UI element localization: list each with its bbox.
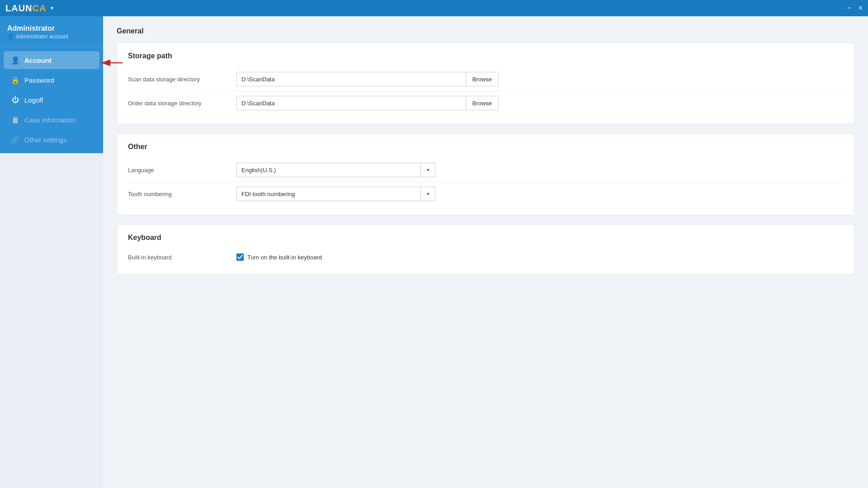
logo-accent: CA	[33, 3, 47, 13]
checkmark-icon	[237, 255, 243, 259]
sidebar-item-other-label: Other settings	[24, 136, 66, 144]
titlebar: LAUNCA ▾ − ×	[0, 0, 868, 16]
sidebar: Administrator 👤 Administrator account 👤 …	[0, 16, 103, 153]
built-in-keyboard-label: Built-in keyboard	[128, 254, 236, 261]
scan-data-browse-button[interactable]: Browse	[466, 72, 499, 86]
window-controls: − ×	[847, 5, 863, 12]
section-general-title: General	[117, 27, 854, 35]
order-data-input-wrap: Browse	[236, 96, 499, 110]
order-data-label: Order data storage directory	[128, 100, 236, 107]
storage-path-card: Storage path Scan data storage directory…	[117, 42, 854, 124]
sidebar-item-other-settings[interactable]: 🔗 Other settings	[4, 131, 99, 149]
order-data-input[interactable]	[236, 96, 466, 110]
account-icon: 👤	[11, 56, 20, 65]
tooth-numbering-dropdown-arrow: ▾	[420, 187, 435, 201]
keyboard-checkbox[interactable]	[236, 253, 244, 261]
main-content: General Storage path Scan data storage d…	[103, 16, 868, 488]
keyboard-checkbox-wrap: Turn on the built-in keyboard	[236, 253, 322, 261]
tooth-numbering-label: Tooth numbering	[128, 191, 236, 197]
scan-data-input[interactable]	[236, 72, 466, 86]
tooth-numbering-dropdown[interactable]: FDI tooth numbering ▾	[236, 187, 435, 201]
scan-data-input-wrap: Browse	[236, 72, 499, 86]
keyboard-title: Keyboard	[128, 234, 843, 242]
sidebar-item-account[interactable]: 👤 Account	[4, 51, 99, 69]
order-data-row: Order data storage directory Browse	[128, 91, 843, 115]
keyboard-checkbox-label: Turn on the built-in keyboard	[247, 254, 322, 261]
language-row: Language English(U.S.) ▾	[128, 158, 843, 182]
sidebar-item-case-information[interactable]: 📋 Case information	[4, 111, 99, 129]
sidebar-item-logoff[interactable]: ⏻ Logoff	[4, 91, 99, 109]
tooth-numbering-value: FDI tooth numbering	[237, 188, 420, 200]
user-role-icon: 👤	[7, 33, 14, 40]
tooth-numbering-row: Tooth numbering FDI tooth numbering ▾	[128, 182, 843, 206]
logo-main: LAUN	[5, 3, 33, 13]
sidebar-item-case-label: Case information	[24, 116, 75, 124]
close-button[interactable]: ×	[859, 5, 863, 12]
logo-text: LAUNCA	[5, 3, 46, 14]
sidebar-wrapper: Administrator 👤 Administrator account 👤 …	[0, 16, 103, 488]
keyboard-row: Built-in keyboard Turn on the built-in k…	[128, 249, 843, 265]
user-role-label: Administrator account	[16, 33, 68, 40]
language-value: English(U.S.)	[237, 164, 420, 176]
sidebar-nav: 👤 Account 🔒 Password ⏻ Logoff 📋 Case inf…	[0, 47, 103, 153]
app-dropdown-arrow[interactable]: ▾	[51, 5, 53, 11]
app-body: Administrator 👤 Administrator account 👤 …	[0, 16, 868, 488]
language-dropdown-arrow: ▾	[420, 163, 435, 177]
language-dropdown[interactable]: English(U.S.) ▾	[236, 163, 435, 177]
case-information-icon: 📋	[11, 115, 20, 124]
minimize-button[interactable]: −	[847, 5, 851, 12]
logoff-icon: ⏻	[11, 95, 20, 104]
order-data-browse-button[interactable]: Browse	[466, 96, 499, 110]
storage-path-title: Storage path	[128, 52, 843, 60]
scan-data-row: Scan data storage directory Browse	[128, 67, 843, 91]
other-title: Other	[128, 143, 843, 151]
other-settings-icon: 🔗	[11, 135, 20, 144]
sidebar-item-password[interactable]: 🔒 Password	[4, 71, 99, 89]
other-card: Other Language English(U.S.) ▾ Tooth num…	[117, 133, 854, 215]
keyboard-card: Keyboard Built-in keyboard Turn on the b…	[117, 224, 854, 275]
sidebar-item-logoff-label: Logoff	[24, 96, 43, 104]
password-icon: 🔒	[11, 75, 20, 84]
sidebar-item-password-label: Password	[24, 76, 54, 84]
sidebar-user: Administrator 👤 Administrator account	[0, 16, 103, 47]
language-label: Language	[128, 167, 236, 174]
sidebar-username: Administrator	[7, 24, 96, 33]
app-logo: LAUNCA ▾	[5, 3, 53, 14]
scan-data-label: Scan data storage directory	[128, 76, 236, 83]
sidebar-user-role: 👤 Administrator account	[7, 33, 96, 40]
sidebar-item-account-label: Account	[24, 56, 52, 64]
